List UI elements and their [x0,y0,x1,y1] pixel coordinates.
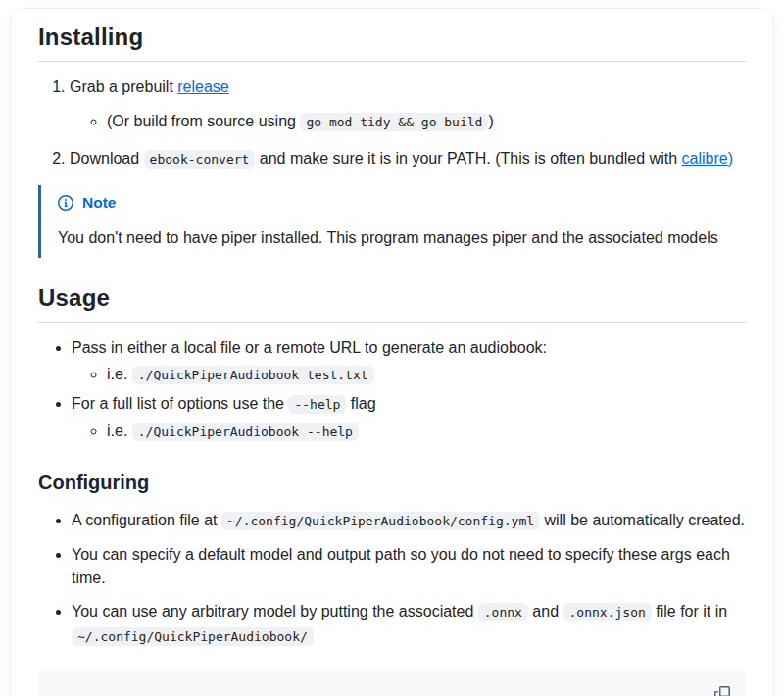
readme-card: Installing Grab a prebuilt release (Or b… [10,8,774,696]
installing-heading: Installing [38,23,746,62]
note-title: Note [58,191,730,215]
item-text: and make sure it is in your PATH. (This … [255,150,681,167]
item-text: Download [70,150,144,167]
inline-code: ~/.config/QuickPiperAudiobook/ [72,627,314,646]
list-item: A configuration file at ~/.config/QuickP… [72,509,746,533]
item-text: For a full list of options use the [72,395,288,412]
inline-code: .onnx [478,603,528,621]
inline-code: ebook-convert [144,150,256,169]
item-text: (Or build from source using [107,113,300,129]
inline-code: --help [288,395,346,414]
copy-button[interactable] [709,680,736,696]
note-label: Note [82,191,116,215]
list-item: (Or build from source using go mod tidy … [107,109,746,135]
usage-sublist: i.e. ./QuickPiperAudiobook test.txt [72,362,746,388]
usage-list: Pass in either a local file or a remote … [38,336,746,445]
configuring-heading: Configuring [38,471,746,495]
list-item: i.e. ./QuickPiperAudiobook test.txt [107,362,746,388]
info-icon [58,195,74,211]
list-item: For a full list of options use the --hel… [72,392,746,445]
note-callout: Note You don't need to have piper instal… [38,185,746,258]
inline-code: ./QuickPiperAudiobook test.txt [132,366,374,384]
yaml-code-block: # An example for `~/.config/QuickPiperAu… [38,671,746,696]
item-text: You can specify a default model and outp… [72,546,730,586]
release-link[interactable]: release [177,78,228,95]
list-item: Grab a prebuilt release (Or build from s… [70,75,746,135]
item-text: i.e. [107,423,132,439]
item-text: ) [488,113,493,129]
list-item: Download ebook-convert and make sure it … [70,147,746,172]
item-text: will be automatically created. [540,512,745,528]
note-body: You don't need to have piper installed. … [58,226,730,250]
inline-code: .onnx.json [564,603,652,621]
list-item: i.e. ./QuickPiperAudiobook --help [107,419,746,445]
item-text: You can use any arbitrary model by putti… [72,603,478,620]
installing-list: Grab a prebuilt release (Or build from s… [38,75,746,172]
item-text: ) [728,150,733,167]
inline-code: ./QuickPiperAudiobook --help [132,423,359,441]
inline-code: ~/.config/QuickPiperAudiobook/config.yml [221,512,540,530]
usage-sublist: i.e. ./QuickPiperAudiobook --help [72,419,746,445]
item-text: Grab a prebuilt [70,78,177,95]
item-text: flag [346,395,375,412]
item-text: file for it in [652,603,727,620]
inline-code: go mod tidy && go build [300,113,488,131]
usage-heading: Usage [38,283,746,323]
item-text: A configuration file at [72,512,221,528]
list-item: You can specify a default model and outp… [72,543,746,590]
list-item: You can use any arbitrary model by putti… [72,600,746,649]
installing-sublist: (Or build from source using go mod tidy … [70,109,746,135]
item-text: i.e. [107,366,132,382]
list-item: Pass in either a local file or a remote … [72,336,746,388]
configuring-list: A configuration file at ~/.config/QuickP… [38,509,746,649]
item-text: Pass in either a local file or a remote … [72,339,547,356]
item-text: and [528,603,564,620]
copy-icon [714,686,730,696]
calibre-link[interactable]: calibre [682,150,728,167]
